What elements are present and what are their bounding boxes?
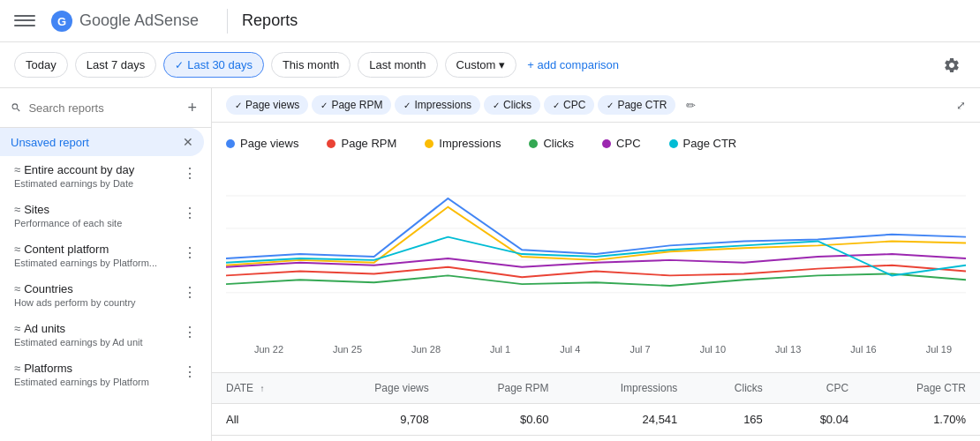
legend-pagectr: Page CTR <box>669 137 737 150</box>
edit-metrics-icon[interactable]: ✏ <box>686 99 696 112</box>
chart-svg <box>226 164 966 318</box>
legend-impressions: Impressions <box>425 137 501 150</box>
report-item-entire-account[interactable]: ≈ Entire account by day Estimated earnin… <box>0 156 211 196</box>
main-layout: + Unsaved report ✕ ≈ Entire account by d… <box>0 88 980 441</box>
data-table: DATE ↑ Page views Page RPM Impressions C… <box>212 372 980 441</box>
cell-date-all: All <box>212 404 319 436</box>
legend-dot-cpc <box>602 139 611 148</box>
cell-cpc-avg: — <box>777 436 863 442</box>
sort-icon: ↑ <box>260 384 264 393</box>
filter-bar: Today Last 7 days Last 30 days This mont… <box>0 42 980 88</box>
filter-last7[interactable]: Last 7 days <box>75 52 157 78</box>
sidebar-unsaved-report[interactable]: Unsaved report ✕ <box>0 128 204 156</box>
more-menu-2[interactable]: ⋮ <box>179 243 200 263</box>
report-icon-2: ≈ <box>14 243 20 256</box>
adsense-logo-icon: G <box>49 9 74 34</box>
chart-legend: Page views Page RPM Impressions Clicks C… <box>226 137 966 150</box>
legend-dot-impressions <box>425 139 433 148</box>
more-menu-3[interactable]: ⋮ <box>179 282 200 303</box>
legend-dot-pagerpm <box>327 139 335 148</box>
legend-clicks: Clicks <box>529 137 574 150</box>
add-comparison-link[interactable]: + add comparison <box>527 58 619 71</box>
settings-button[interactable] <box>938 51 966 79</box>
search-icon <box>11 101 21 115</box>
chart-area: Page views Page RPM Impressions Clicks C… <box>212 123 980 372</box>
cell-clicks-all: 165 <box>691 404 777 436</box>
chevron-down-icon: ▾ <box>499 58 505 71</box>
logo: G Google AdSense <box>49 9 199 34</box>
x-axis-labels: Jun 22 Jun 25 Jun 28 Jul 1 Jul 4 Jul 7 J… <box>226 340 966 358</box>
content-area: Page views Page RPM Impressions Clicks C… <box>212 88 980 441</box>
filter-custom[interactable]: Custom ▾ <box>445 52 517 78</box>
filter-thismonth[interactable]: This month <box>271 52 351 78</box>
cell-pagectr-all: 1.70% <box>863 404 980 436</box>
more-menu-4[interactable]: ⋮ <box>179 322 200 342</box>
expand-chart-icon[interactable]: ⤢ <box>956 99 966 112</box>
metric-chip-clicks[interactable]: Clicks <box>484 95 540 115</box>
col-pagerpm[interactable]: Page RPM <box>443 373 563 404</box>
report-item-sites[interactable]: ≈ Sites Performance of each site ⋮ <box>0 196 211 235</box>
legend-dot-pagectr <box>669 139 678 148</box>
metric-chip-pageviews[interactable]: Page views <box>226 95 308 115</box>
report-icon-3: ≈ <box>14 282 20 295</box>
metric-chip-pagerpm[interactable]: Page RPM <box>312 95 391 115</box>
search-bar: + <box>0 88 211 128</box>
report-item-ad-units[interactable]: ≈ Ad units Estimated earnings by Ad unit… <box>0 315 211 355</box>
add-report-button[interactable]: + <box>184 97 200 118</box>
filter-last30[interactable]: Last 30 days <box>163 52 264 78</box>
legend-cpc: CPC <box>602 137 640 150</box>
legend-pagerpm: Page RPM <box>327 137 396 150</box>
col-impressions[interactable]: Impressions <box>563 373 692 404</box>
legend-dot-pageviews <box>226 139 235 148</box>
legend-pageviews: Page views <box>226 137 298 150</box>
unsaved-report-label: Unsaved report <box>11 136 89 149</box>
gear-icon <box>943 56 961 74</box>
table-row-average: Average 323 — 818 5 — — <box>212 436 980 442</box>
table-row-all: All 9,708 $0.60 24,541 165 $0.04 1.70% <box>212 404 980 436</box>
search-input[interactable] <box>28 101 177 115</box>
cell-clicks-avg: 5 <box>691 436 777 442</box>
report-item-countries[interactable]: ≈ Countries How ads perform by country ⋮ <box>0 275 211 315</box>
logo-divider <box>227 9 228 34</box>
cell-date-avg: Average <box>212 436 319 442</box>
report-icon-0: ≈ <box>14 163 20 176</box>
page-title: Reports <box>242 11 298 30</box>
more-menu-1[interactable]: ⋮ <box>179 203 200 223</box>
col-clicks[interactable]: Clicks <box>691 373 777 404</box>
report-item-content-platform[interactable]: ≈ Content platform Estimated earnings by… <box>0 235 211 275</box>
report-icon-1: ≈ <box>14 203 20 216</box>
cell-pageviews-all: 9,708 <box>319 404 443 436</box>
cell-pageviews-avg: 323 <box>319 436 443 442</box>
cell-pagerpm-avg: — <box>443 436 563 442</box>
more-menu-5[interactable]: ⋮ <box>179 362 200 382</box>
col-date[interactable]: DATE ↑ <box>212 373 319 404</box>
cell-cpc-all: $0.04 <box>777 404 863 436</box>
report-item-platforms[interactable]: ≈ Platforms Estimated earnings by Platfo… <box>0 355 211 394</box>
col-cpc[interactable]: CPC <box>777 373 863 404</box>
sidebar: + Unsaved report ✕ ≈ Entire account by d… <box>0 88 212 441</box>
metric-chip-cpc[interactable]: CPC <box>544 95 594 115</box>
cell-pagerpm-all: $0.60 <box>443 404 563 436</box>
more-menu-0[interactable]: ⋮ <box>179 163 200 183</box>
metric-chip-pagectr[interactable]: Page CTR <box>598 95 675 115</box>
close-unsaved-icon[interactable]: ✕ <box>183 135 193 149</box>
col-pageviews[interactable]: Page views <box>319 373 443 404</box>
cell-impressions-all: 24,541 <box>563 404 692 436</box>
metrics-bar: Page views Page RPM Impressions Clicks C… <box>212 88 980 123</box>
legend-dot-clicks <box>529 139 538 148</box>
cell-impressions-avg: 818 <box>563 436 692 442</box>
metric-chip-impressions[interactable]: Impressions <box>395 95 480 115</box>
col-pagectr[interactable]: Page CTR <box>863 373 980 404</box>
svg-text:G: G <box>57 15 66 28</box>
filter-lastmonth[interactable]: Last month <box>358 52 437 78</box>
top-nav-bar: G Google AdSense Reports <box>0 0 980 42</box>
report-icon-5: ≈ <box>14 362 20 375</box>
hamburger-menu[interactable] <box>14 11 35 32</box>
line-chart <box>226 164 966 340</box>
filter-today[interactable]: Today <box>14 52 68 78</box>
logo-text: Google AdSense <box>79 11 199 30</box>
report-icon-4: ≈ <box>14 322 20 335</box>
cell-pagectr-avg: — <box>863 436 980 442</box>
